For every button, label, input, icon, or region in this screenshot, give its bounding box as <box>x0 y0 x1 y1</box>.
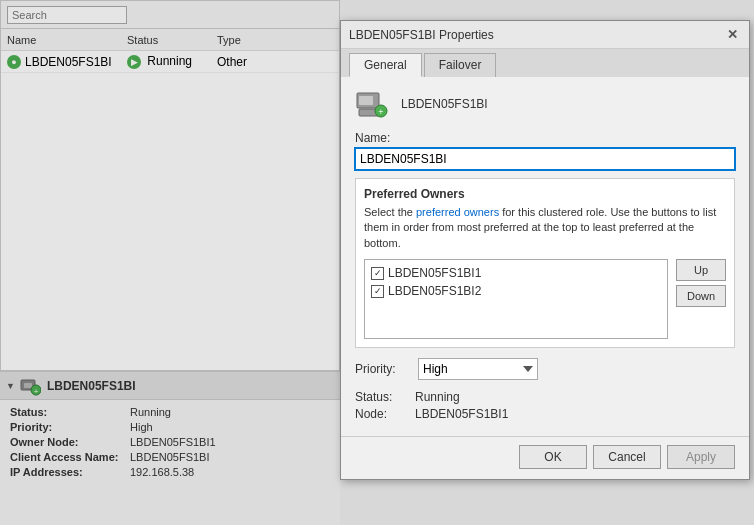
resource-name-display: LBDEN05FS1BI <box>401 97 488 111</box>
preferred-owners-link[interactable]: preferred owners <box>416 206 499 218</box>
owner-item-1[interactable]: ✓ LBDEN05FS1BI1 <box>369 264 663 282</box>
name-input[interactable] <box>355 148 735 170</box>
priority-field-label: Priority: <box>355 362 410 376</box>
status-info-row: Status: Running <box>355 390 735 404</box>
owners-buttons: Up Down <box>676 259 726 339</box>
ok-button[interactable]: OK <box>519 445 587 469</box>
name-field-label: Name: <box>355 131 735 145</box>
status-section: Status: Running Node: LBDEN05FS1BI1 <box>355 390 735 421</box>
svg-text:+: + <box>378 107 383 117</box>
dialog-status-label: Status: <box>355 390 415 404</box>
checkbox-1-icon[interactable]: ✓ <box>371 267 384 280</box>
cancel-button[interactable]: Cancel <box>593 445 661 469</box>
tabs-bar: General Failover <box>341 49 749 77</box>
tab-failover[interactable]: Failover <box>424 53 497 77</box>
owners-list: ✓ LBDEN05FS1BI1 ✓ LBDEN05FS1BI2 <box>364 259 668 339</box>
owners-container: ✓ LBDEN05FS1BI1 ✓ LBDEN05FS1BI2 Up Down <box>364 259 726 339</box>
apply-button[interactable]: Apply <box>667 445 735 469</box>
down-button[interactable]: Down <box>676 285 726 307</box>
owner-name-1: LBDEN05FS1BI1 <box>388 266 481 280</box>
properties-dialog: LBDEN05FS1BI Properties ✕ General Failov… <box>340 20 750 480</box>
checkbox-2-icon[interactable]: ✓ <box>371 285 384 298</box>
dialog-node-value: LBDEN05FS1BI1 <box>415 407 508 421</box>
dialog-footer: OK Cancel Apply <box>341 436 749 479</box>
dialog-status-value: Running <box>415 390 460 404</box>
preferred-owners-title: Preferred Owners <box>364 187 726 201</box>
dialog-title-bar: LBDEN05FS1BI Properties ✕ <box>341 21 749 49</box>
owner-name-2: LBDEN05FS1BI2 <box>388 284 481 298</box>
priority-select[interactable]: High Medium Low No Auto Restart <box>418 358 538 380</box>
dialog-title: LBDEN05FS1BI Properties <box>349 28 494 42</box>
preferred-owners-desc-before: Select the <box>364 206 416 218</box>
node-info-row: Node: LBDEN05FS1BI1 <box>355 407 735 421</box>
dialog-body: + LBDEN05FS1BI Name: Preferred Owners Se… <box>341 77 749 436</box>
preferred-owners-section: Preferred Owners Select the preferred ow… <box>355 178 735 348</box>
svg-rect-5 <box>359 96 373 105</box>
priority-row: Priority: High Medium Low No Auto Restar… <box>355 358 735 380</box>
resource-icon: + <box>355 89 391 119</box>
resource-header: + LBDEN05FS1BI <box>355 89 735 119</box>
dialog-node-label: Node: <box>355 407 415 421</box>
owner-item-2[interactable]: ✓ LBDEN05FS1BI2 <box>369 282 663 300</box>
close-button[interactable]: ✕ <box>723 26 741 44</box>
preferred-owners-desc: Select the preferred owners for this clu… <box>364 205 726 251</box>
tab-general[interactable]: General <box>349 53 422 77</box>
up-button[interactable]: Up <box>676 259 726 281</box>
